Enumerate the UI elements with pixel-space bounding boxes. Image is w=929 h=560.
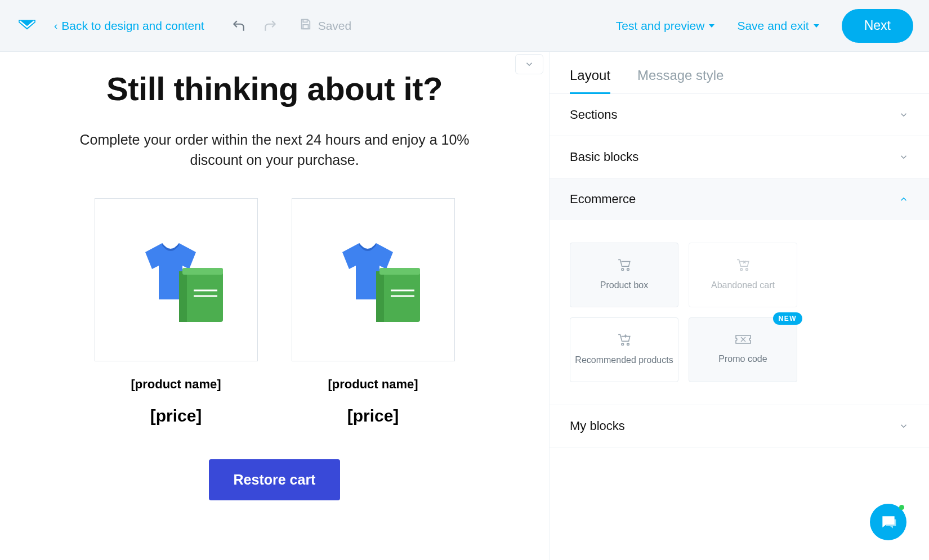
- accordion-body-ecommerce: Product box Abandoned cart Recommended p…: [550, 220, 929, 405]
- back-link-label: Back to design and content: [61, 19, 204, 33]
- accordion-my-blocks: My blocks: [550, 405, 929, 447]
- save-icon: [299, 18, 311, 33]
- product-price: [price]: [95, 406, 258, 425]
- save-exit-dropdown[interactable]: Save and exit: [737, 19, 819, 33]
- svg-point-16: [621, 343, 623, 346]
- chevron-up-icon: [899, 194, 909, 204]
- tab-layout[interactable]: Layout: [570, 68, 610, 93]
- panel-tabs: Layout Message style: [550, 52, 929, 94]
- product-image-placeholder: [292, 198, 455, 361]
- block-abandoned-cart[interactable]: Abandoned cart: [689, 243, 797, 307]
- accordion-head-sections[interactable]: Sections: [550, 94, 929, 136]
- next-button[interactable]: Next: [842, 9, 913, 43]
- svg-point-12: [621, 268, 623, 271]
- canvas-content: Still thinking about it? Complete your o…: [24, 52, 525, 560]
- block-label: Promo code: [718, 353, 767, 365]
- back-link[interactable]: ‹ Back to design and content: [54, 19, 204, 33]
- accordion-basic-blocks: Basic blocks: [550, 136, 929, 178]
- svg-point-13: [627, 268, 629, 271]
- product-name: [product name]: [292, 377, 455, 392]
- block-label: Abandoned cart: [711, 280, 775, 292]
- main-area: Still thinking about it? Complete your o…: [0, 52, 929, 560]
- svg-point-15: [745, 268, 748, 271]
- redo-button[interactable]: [263, 19, 278, 33]
- chevron-down-icon: [899, 152, 909, 162]
- accordion-head-myblocks[interactable]: My blocks: [550, 405, 929, 447]
- email-subtext[interactable]: Complete your order within the next 24 h…: [55, 129, 494, 171]
- caret-down-icon: [709, 24, 714, 28]
- svg-point-17: [627, 343, 629, 346]
- svg-rect-8: [376, 271, 384, 322]
- email-headline[interactable]: Still thinking about it?: [24, 71, 525, 107]
- product-row: [product name] [price]: [24, 198, 525, 425]
- save-status: Saved: [299, 18, 352, 33]
- product-card[interactable]: [product name] [price]: [292, 198, 455, 425]
- undo-button[interactable]: [231, 19, 246, 33]
- block-promo-code[interactable]: NEW Promo code: [689, 317, 797, 382]
- svg-rect-3: [179, 271, 187, 322]
- caret-down-icon: [814, 24, 819, 28]
- svg-rect-0: [303, 20, 307, 23]
- product-image-placeholder: [95, 198, 258, 361]
- accordion-label: Basic blocks: [570, 150, 638, 164]
- svg-rect-4: [182, 268, 223, 275]
- right-panel: Layout Message style Sections Basic bloc…: [549, 52, 929, 560]
- test-preview-dropdown[interactable]: Test and preview: [616, 19, 715, 33]
- cart-icon: [617, 258, 632, 273]
- abandoned-cart-icon: [736, 258, 751, 273]
- block-product-box[interactable]: Product box: [570, 243, 678, 307]
- product-card[interactable]: [product name] [price]: [95, 198, 258, 425]
- top-toolbar: ‹ Back to design and content Saved Test …: [0, 0, 929, 52]
- recommended-cart-icon: [617, 333, 632, 348]
- chevron-left-icon: ‹: [54, 20, 57, 32]
- history-group: [231, 19, 278, 33]
- restore-cart-button[interactable]: Restore cart: [209, 459, 341, 500]
- chat-fab[interactable]: [870, 504, 906, 540]
- accordion-label: My blocks: [570, 419, 625, 433]
- accordion-head-basic[interactable]: Basic blocks: [550, 136, 929, 178]
- toolbar-right: Test and preview Save and exit Next: [616, 9, 913, 43]
- email-canvas: Still thinking about it? Complete your o…: [0, 52, 549, 560]
- block-grid: Product box Abandoned cart Recommended p…: [570, 243, 909, 382]
- svg-rect-1: [303, 25, 308, 29]
- product-price: [price]: [292, 406, 455, 425]
- new-badge: NEW: [773, 312, 803, 325]
- block-label: Recommended products: [575, 355, 673, 366]
- tab-message-style[interactable]: Message style: [637, 68, 723, 93]
- product-name: [product name]: [95, 377, 258, 392]
- accordion-label: Sections: [570, 107, 617, 122]
- block-recommended-products[interactable]: Recommended products: [570, 317, 678, 382]
- panel-collapse-handle[interactable]: [515, 54, 543, 74]
- chevron-down-icon: [899, 110, 909, 120]
- accordion-sections: Sections: [550, 94, 929, 136]
- block-label: Product box: [600, 280, 648, 292]
- save-exit-label: Save and exit: [737, 19, 809, 33]
- svg-rect-9: [379, 268, 420, 275]
- accordion-label: Ecommerce: [570, 192, 636, 207]
- chevron-down-icon: [899, 421, 909, 431]
- accordion-head-ecommerce[interactable]: Ecommerce: [550, 178, 929, 220]
- save-status-label: Saved: [318, 19, 352, 33]
- brand-logo: [16, 15, 38, 37]
- accordion-ecommerce: Ecommerce Product box Abandoned cart R: [550, 178, 929, 405]
- svg-point-14: [740, 268, 742, 271]
- test-preview-label: Test and preview: [616, 19, 705, 33]
- promo-ticket-icon: [735, 334, 752, 347]
